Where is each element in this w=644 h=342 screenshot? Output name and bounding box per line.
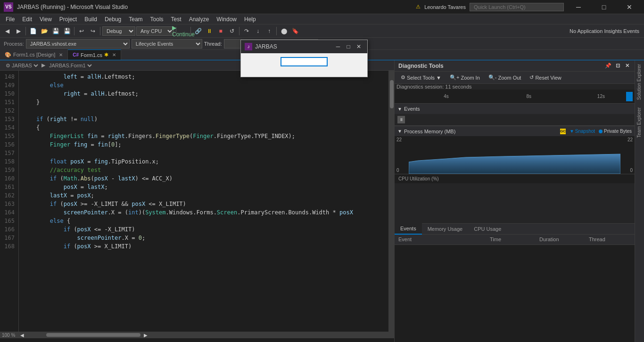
class-combo[interactable]: JARBAS.Form1 <box>47 61 93 70</box>
menu-project[interactable]: Project <box>56 14 81 24</box>
scroll-thumb[interactable] <box>390 80 394 108</box>
menu-window[interactable]: Window <box>213 14 240 24</box>
gc-btn[interactable]: GC <box>560 129 566 134</box>
breakpoint-btn[interactable]: ⬤ <box>279 26 289 36</box>
undo-btn[interactable]: ↩ <box>76 26 87 36</box>
close-button[interactable]: ✕ <box>619 0 640 14</box>
warning-icon: ⚠ <box>416 4 421 10</box>
attach-btn[interactable]: 🔗 <box>193 26 203 36</box>
menu-tools[interactable]: Tools <box>147 14 167 24</box>
menu-view[interactable]: View <box>36 14 56 24</box>
team-explorer-tab[interactable]: Team Explorer <box>635 104 644 141</box>
code-line: screenPointer.X = (int)(System.Windows.F… <box>23 208 385 217</box>
no-app-insights-btn[interactable]: No Application Insights Events <box>567 27 642 35</box>
step-into-btn[interactable]: ↓ <box>253 26 263 36</box>
app-textbox[interactable] <box>281 57 328 66</box>
sep3 <box>100 27 100 35</box>
continue-btn[interactable]: ▶ Continue <box>178 26 189 36</box>
menu-build[interactable]: Build <box>81 14 101 24</box>
menu-file[interactable]: File <box>2 14 18 24</box>
events-header: ▼ Events <box>395 104 635 114</box>
open-btn[interactable]: 📂 <box>39 26 50 36</box>
stop-btn[interactable]: ■ <box>215 26 226 36</box>
new-project-btn[interactable]: 📄 <box>28 26 38 36</box>
events-pause-btn[interactable]: ⏸ <box>397 116 405 123</box>
code-line: lastX = posX; <box>23 191 385 200</box>
diag-table-body[interactable] <box>395 245 635 342</box>
tab-code-close[interactable]: ✕ <box>112 52 116 57</box>
zoom-in-btn[interactable]: 🔍+ Zoom In <box>446 73 483 82</box>
main-toolbar: ◀ ▶ 📄 📂 💾 💾 ↩ ↪ Debug Any CPU ▶ Continue… <box>0 24 644 38</box>
vertical-scrollbar[interactable] <box>388 71 394 332</box>
tab-form-design-label: Form1.cs [Design] <box>13 52 55 57</box>
restart-btn[interactable]: ↺ <box>227 26 237 36</box>
zoom-out-btn[interactable]: 🔍- Zoom Out <box>485 73 525 82</box>
forward-btn[interactable]: ▶ <box>13 26 24 36</box>
diag-toolbar: ⚙ Select Tools ▼ 🔍+ Zoom In 🔍- Zoom Out … <box>395 72 635 84</box>
diag-float-btn[interactable]: ⊡ <box>614 62 621 70</box>
menu-test[interactable]: Test <box>167 14 185 24</box>
col-duration-header: Duration <box>536 236 585 243</box>
private-bytes-legend: Private Bytes <box>599 129 632 134</box>
code-line <box>23 106 385 115</box>
reset-view-btn[interactable]: ↺ Reset View <box>526 73 564 82</box>
tab-form-code[interactable]: C# Form1.cs ✱ ✕ <box>68 49 121 60</box>
minimize-button[interactable]: ─ <box>568 0 589 14</box>
menu-analyze[interactable]: Analyze <box>185 14 213 24</box>
redo-btn[interactable]: ↪ <box>88 26 98 36</box>
step-over-btn[interactable]: ↷ <box>241 26 252 36</box>
diag-tab-memory[interactable]: Memory Usage <box>422 223 469 235</box>
svg-marker-0 <box>409 154 620 174</box>
menu-help[interactable]: Help <box>240 14 260 24</box>
diag-close-btn[interactable]: ✕ <box>623 62 631 70</box>
code-content[interactable]: left = allH.Leftmost; else right = allH.… <box>19 71 388 332</box>
zoom-level: 100 % <box>0 333 17 338</box>
bookmark-btn[interactable]: 🔖 <box>290 26 300 36</box>
diag-session-label: Diagnostics session: 11 seconds <box>395 84 635 90</box>
events-collapse-arrow[interactable]: ▼ <box>397 106 402 112</box>
vs-logo: VS <box>4 2 13 12</box>
diag-pin-btn[interactable]: 📌 <box>604 62 612 70</box>
select-tools-btn[interactable]: ⚙ Select Tools ▼ <box>397 73 445 82</box>
menu-team[interactable]: Team <box>125 14 146 24</box>
app-close-btn[interactable]: ✕ <box>354 42 363 51</box>
app-titlebar: J JARBAS ─ □ ✕ <box>241 40 367 53</box>
tab-design-close[interactable]: ✕ <box>59 52 63 57</box>
tab-form-design[interactable]: 🎨 Form1.cs [Design] ✕ <box>0 49 68 60</box>
step-out-btn[interactable]: ↑ <box>264 26 274 36</box>
menu-edit[interactable]: Edit <box>18 14 36 24</box>
memory-section: ▼ Process Memory (MB) GC ▼ Snapshot Priv… <box>395 126 635 223</box>
diag-header: Diagnostic Tools 📌 ⊡ ✕ <box>395 60 635 72</box>
code-line: else <box>23 81 385 90</box>
col-event-header: Event <box>395 236 486 243</box>
snapshot-btn[interactable]: ▼ Snapshot <box>570 129 595 134</box>
diag-tab-events[interactable]: Events <box>395 223 422 235</box>
thread-label: Thread: <box>204 41 222 47</box>
memory-chart <box>409 136 620 174</box>
cpu-combo[interactable]: Any CPU <box>136 26 174 36</box>
save-btn[interactable]: 💾 <box>50 26 61 36</box>
app-minimize-btn[interactable]: ─ <box>333 42 343 51</box>
solution-explorer-tab[interactable]: Solution Explorer <box>635 60 644 104</box>
menu-debug[interactable]: Debug <box>101 14 125 24</box>
private-bytes-dot <box>599 130 603 133</box>
horizontal-scrollbar[interactable]: 100 % ◀ ▶ <box>0 332 394 338</box>
diag-tab-cpu[interactable]: CPU Usage <box>468 223 507 235</box>
h-scroll-thumb[interactable] <box>46 333 140 337</box>
back-btn[interactable]: ◀ <box>2 26 12 36</box>
quick-launch-input[interactable] <box>470 3 564 11</box>
app-maximize-btn[interactable]: □ <box>344 42 353 51</box>
code-line: if (posX >= -X_LIMIT && posX <= X_LIMIT) <box>23 200 385 208</box>
save-all-btn[interactable]: 💾 <box>62 26 72 36</box>
maximize-button[interactable]: □ <box>593 0 615 14</box>
memory-min-left: 0 <box>396 168 407 173</box>
lifecycle-combo[interactable]: Lifecycle Events <box>132 39 202 49</box>
project-combo[interactable]: ⚙ JARBAS <box>4 61 40 70</box>
code-editor[interactable]: 148149150151 152153154155 156157158159 1… <box>0 71 394 332</box>
diag-title: Diagnostic Tools <box>398 63 444 69</box>
timeline-area[interactable]: 4s 8s 12s <box>395 90 635 104</box>
memory-collapse-arrow[interactable]: ▼ <box>397 129 402 134</box>
pause-btn[interactable]: ⏸ <box>204 26 215 36</box>
debug-config-combo[interactable]: Debug <box>102 26 135 36</box>
process-combo[interactable]: JARBAS.vshost.exe <box>26 39 130 49</box>
